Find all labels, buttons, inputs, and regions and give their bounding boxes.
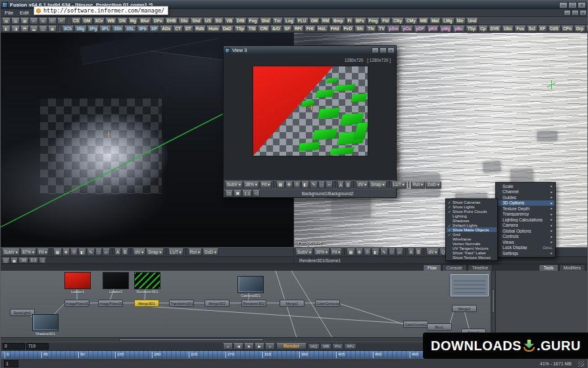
tool-button-dfb[interactable]: DfB — [235, 18, 247, 24]
tool-button-ehb[interactable]: EHB — [165, 18, 178, 24]
tool-button-pbc[interactable]: pBc — [453, 26, 464, 32]
toggle-mb[interactable]: MB — [320, 343, 331, 350]
tool-button-xf[interactable]: XF — [538, 26, 547, 32]
menu-edit[interactable]: Edit — [16, 9, 32, 16]
window-maximize-button[interactable]: □ — [568, 2, 577, 9]
tab-timeline[interactable]: Timeline — [468, 264, 493, 271]
submenu-item-show-lights[interactable]: ✓Show Lights — [447, 204, 497, 209]
viewbar-button-item[interactable]: ◁ — [39, 258, 46, 264]
tool-button-fus[interactable]: Fus — [514, 26, 526, 32]
tool-button-gm[interactable]: GM — [309, 18, 320, 24]
tool-button-log[interactable]: Log — [283, 18, 295, 24]
viewbar-button-item[interactable]: ⟐ — [70, 248, 78, 256]
layout-top-icon[interactable]: ⬒ — [20, 26, 29, 32]
tool-button-pmg[interactable]: pMg — [439, 26, 452, 32]
viewbar-button-item[interactable]: ▱ — [103, 248, 110, 256]
viewbar-button-item[interactable]: ✎ — [380, 248, 387, 256]
transport-button[interactable]: ■ — [244, 343, 254, 350]
tool-button-cds[interactable]: CdS — [548, 26, 560, 32]
submenu-item-wireframe[interactable]: Wireframe — [447, 237, 497, 241]
flow-node-colorcurves1[interactable]: ColorCurves1 — [403, 321, 428, 328]
viewbar-button-38[interactable]: 38% ▾ — [243, 181, 259, 189]
tool-button-vb[interactable]: VB — [224, 18, 234, 24]
viewbar-button-item[interactable]: □ — [95, 248, 102, 256]
context-item-lock-display[interactable]: Lock DisplayCtrl+L — [497, 245, 554, 251]
submenu-item-default-lights[interactable]: ✓Default Lights — [447, 223, 497, 227]
context-item-settings[interactable]: Settings▸ — [497, 250, 554, 256]
window-minimize-button[interactable]: – — [559, 2, 568, 9]
float-minimize-button[interactable]: – — [372, 47, 379, 53]
tool-button-tfe[interactable]: Tfe — [366, 26, 376, 32]
tool-button-hsl[interactable]: HsL — [316, 26, 328, 32]
tool-button-fi[interactable]: Fi — [346, 18, 354, 24]
tab-tools[interactable]: Tools — [539, 264, 558, 271]
viewbar-button-39[interactable]: 39% ▾ — [314, 248, 330, 256]
tool-button-rft[interactable]: RFt — [293, 26, 304, 32]
flow-panel[interactable]: SpotLight1Shadow3D1Loader1Loader2Rendere… — [1, 271, 495, 342]
tool-button-ct[interactable]: CT — [173, 26, 183, 32]
viewbar-button-a[interactable]: A — [114, 248, 121, 256]
tool-button-cs[interactable]: CS — [71, 18, 81, 24]
viewbar-button-item[interactable]: ▦ — [347, 248, 355, 256]
viewbar-button-33[interactable]: .33 — [18, 258, 28, 264]
viewbar-button-item[interactable]: ◧ — [78, 248, 86, 256]
viewbar-button-item[interactable]: ✥ — [356, 248, 363, 256]
viewbar-button-a[interactable]: A — [337, 181, 344, 189]
tool-button-ped[interactable]: PeD — [342, 26, 355, 32]
tool-button-cp[interactable]: Cp — [478, 26, 488, 32]
submenu-item-uv-tangent-vectors[interactable]: UV Tangent Vectors — [447, 246, 497, 250]
tool-button-fht[interactable]: FHt — [305, 26, 316, 32]
viewbar-button-dv[interactable]: dV ▾ — [133, 248, 145, 256]
window-close-button[interactable]: × — [577, 2, 586, 9]
viewbar-button-dv[interactable]: dV ▾ — [426, 248, 439, 256]
flow-node-renderer3d1[interactable]: Renderer3D1 — [134, 272, 160, 294]
viewbar-button-item[interactable]: ◧ — [301, 181, 309, 189]
cut-icon[interactable]: ✂ — [30, 18, 38, 24]
flow-node-merge3d2[interactable]: Merge3D2 — [205, 300, 230, 307]
transport-button[interactable]: ▶ — [255, 343, 264, 350]
tool-button-3bg[interactable]: 3Bg — [74, 26, 86, 32]
tool-button-sfc[interactable]: Sfc — [355, 26, 365, 32]
viewbar-button-roi[interactable]: RoI ▾ — [188, 248, 202, 256]
toggle-apx[interactable]: APx — [344, 343, 356, 350]
viewbar-button-b[interactable]: B — [415, 248, 422, 256]
mdi-maximize-button[interactable]: □ — [572, 10, 579, 16]
transport-button[interactable]: ◀ — [233, 343, 243, 350]
viewbar-button-item[interactable]: ▦ — [53, 248, 61, 256]
tool-button-scl[interactable]: Scl — [527, 26, 537, 32]
viewbar-button-subv[interactable]: SubV ▾ — [295, 248, 313, 256]
tool-button-hum[interactable]: Hum — [207, 26, 220, 32]
paste-icon[interactable]: ⧠ — [48, 18, 57, 24]
copy-icon[interactable]: ⧉ — [39, 18, 47, 24]
tool-button-dn[interactable]: DN — [117, 18, 127, 24]
viewbar-button-item[interactable]: ✎ — [310, 181, 317, 189]
viewbar-button-item[interactable]: ✎ — [87, 248, 94, 256]
tool-button-glo[interactable]: Glo — [178, 18, 189, 24]
tool-button-bfs[interactable]: BFs — [354, 18, 366, 24]
context-item-transparency[interactable]: Transparency▸ — [497, 212, 554, 218]
viewbar-button-fit[interactable]: Fit ▾ — [260, 181, 272, 189]
tool-button-tv[interactable]: TV — [377, 26, 386, 32]
tool-button-dt[interactable]: DT — [184, 26, 193, 32]
tool-button-3cv[interactable]: 3Cv — [93, 18, 105, 24]
viewbar-button-lut[interactable]: LUT ▾ — [168, 248, 184, 256]
viewbar-button-snap[interactable]: Snap ▾ — [369, 181, 386, 189]
tool-button-shd[interactable]: Shd — [260, 18, 272, 24]
tool-button-sg[interactable]: SG — [214, 18, 224, 24]
flow-node-merge2[interactable]: Merge2 — [452, 305, 477, 312]
flow-node-spotlight1[interactable]: SpotLight1 — [10, 309, 35, 316]
tool-button-fmg[interactable]: Fmg — [367, 18, 380, 24]
tab-flow[interactable]: Flow — [423, 264, 441, 271]
tool-button-lmg[interactable]: LMg — [441, 18, 454, 24]
tool-button-shd[interactable]: Shd — [190, 18, 202, 24]
tool-button-pdf[interactable]: pDF — [414, 26, 426, 32]
flow-node-renderer3d2[interactable]: Renderer3D2 — [241, 300, 266, 307]
tool-button-ubc[interactable]: Ubc — [502, 26, 514, 32]
viewbar-button-item[interactable]: ▣ — [233, 190, 241, 197]
tool-button-fhd[interactable]: FHd — [329, 26, 341, 32]
flow-node-shadow3d1[interactable]: Shadow3D1 — [32, 314, 59, 336]
tool-button-cmy[interactable]: CMy — [404, 18, 418, 24]
viewbar-button-item[interactable]: ◁ — [253, 190, 260, 197]
viewbar-button-dod[interactable]: DoD ▾ — [426, 181, 441, 189]
render-button[interactable]: Render — [276, 343, 306, 350]
